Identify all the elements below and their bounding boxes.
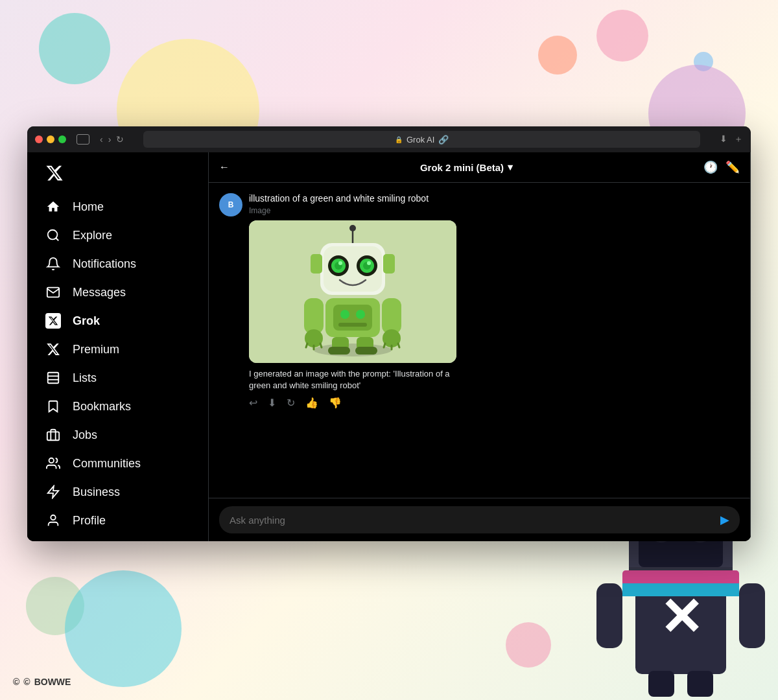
svg-rect-68 bbox=[739, 583, 765, 648]
svg-line-42 bbox=[398, 344, 399, 347]
chat-input-area: ▶ bbox=[209, 498, 750, 541]
svg-rect-46 bbox=[355, 347, 377, 355]
sidebar-item-premium[interactable]: Premium bbox=[38, 335, 198, 364]
sidebar-item-bookmarks[interactable]: Bookmarks bbox=[38, 392, 198, 421]
svg-rect-45 bbox=[328, 347, 350, 355]
main-content: ← Grok 2 mini (Beta) ▾ 🕐 ✏️ B illustrati… bbox=[209, 152, 751, 541]
svg-rect-69 bbox=[648, 671, 674, 697]
communities-icon bbox=[45, 456, 61, 471]
svg-rect-70 bbox=[687, 671, 713, 697]
svg-marker-7 bbox=[48, 486, 59, 498]
svg-point-24 bbox=[338, 261, 342, 265]
copyright-icon: © bbox=[13, 677, 19, 687]
url-bar[interactable]: 🔒 Grok AI 🔗 bbox=[143, 131, 700, 148]
history-icon[interactable]: 🕐 bbox=[703, 160, 718, 174]
sidebar-toggle-button[interactable] bbox=[77, 134, 89, 145]
chat-header: ← Grok 2 mini (Beta) ▾ 🕐 ✏️ bbox=[209, 152, 750, 183]
message-avatar: B bbox=[219, 193, 242, 216]
bg-blob-9 bbox=[506, 622, 551, 668]
action-download-icon[interactable]: ⬇ bbox=[268, 397, 276, 409]
back-button[interactable]: ‹ bbox=[100, 134, 103, 145]
minimize-window-button[interactable] bbox=[47, 135, 54, 143]
x-logo-icon bbox=[45, 164, 64, 182]
home-icon bbox=[45, 199, 61, 215]
traffic-lights bbox=[35, 135, 66, 143]
download-icon[interactable]: ⬇ bbox=[720, 134, 727, 145]
svg-rect-27 bbox=[383, 254, 395, 274]
briefcase-icon bbox=[45, 427, 61, 443]
communities-label: Communities bbox=[73, 457, 141, 471]
bg-blob-3 bbox=[596, 10, 648, 62]
sidebar-item-notifications[interactable]: Notifications bbox=[38, 250, 198, 278]
model-name: Grok 2 mini (Beta) bbox=[420, 162, 504, 173]
app-body: Home Explore Notifications bbox=[27, 152, 751, 541]
action-like-icon[interactable]: 👍 bbox=[305, 397, 318, 409]
svg-rect-32 bbox=[338, 323, 367, 327]
message-item: B illustration of a green and white smil… bbox=[219, 193, 740, 409]
message-actions: ↩ ⬇ ↻ 👍 👎 bbox=[249, 397, 740, 409]
message-tag: Image bbox=[249, 206, 740, 215]
bookmarks-label: Bookmarks bbox=[73, 400, 131, 414]
jobs-label: Jobs bbox=[73, 428, 97, 442]
svg-point-15 bbox=[349, 225, 356, 231]
x-logo[interactable] bbox=[38, 159, 198, 190]
sidebar-item-jobs[interactable]: Jobs bbox=[38, 421, 198, 449]
svg-rect-34 bbox=[382, 298, 401, 334]
bookmark-icon bbox=[45, 399, 61, 414]
close-window-button[interactable] bbox=[35, 135, 43, 143]
action-regenerate-icon[interactable]: ↻ bbox=[287, 397, 295, 409]
svg-line-39 bbox=[320, 344, 322, 347]
send-button[interactable]: ▶ bbox=[720, 513, 729, 527]
action-dislike-icon[interactable]: 👎 bbox=[329, 397, 342, 409]
edit-icon[interactable]: ✏️ bbox=[725, 160, 740, 174]
model-selector[interactable]: Grok 2 mini (Beta) ▾ bbox=[420, 161, 513, 173]
sidebar-item-communities[interactable]: Communities bbox=[38, 449, 198, 478]
messages-label: Messages bbox=[73, 286, 126, 299]
mail-icon bbox=[45, 285, 61, 300]
svg-text:✕: ✕ bbox=[659, 589, 703, 646]
sidebar-item-home[interactable]: Home bbox=[38, 192, 198, 221]
sidebar-item-grok[interactable]: Grok bbox=[38, 307, 198, 335]
browser-action-buttons: ⬇ ＋ bbox=[720, 134, 743, 145]
home-label: Home bbox=[73, 200, 104, 214]
svg-rect-33 bbox=[304, 298, 324, 334]
back-button[interactable]: ← bbox=[219, 161, 230, 173]
lock-icon: 🔒 bbox=[395, 136, 403, 143]
message-caption: I generated an image with the prompt: 'I… bbox=[249, 368, 456, 391]
business-label: Business bbox=[73, 485, 120, 499]
url-text: Grok AI bbox=[407, 135, 434, 145]
lists-icon bbox=[45, 370, 61, 386]
action-reply-icon[interactable]: ↩ bbox=[249, 397, 257, 409]
sidebar-item-profile[interactable]: Profile bbox=[38, 506, 198, 535]
profile-label: Profile bbox=[73, 514, 106, 528]
bell-icon bbox=[45, 256, 61, 272]
sidebar-item-more[interactable]: More bbox=[38, 535, 198, 541]
premium-icon bbox=[45, 342, 61, 357]
cc-icon: © bbox=[23, 677, 30, 687]
svg-point-31 bbox=[356, 310, 365, 319]
sidebar: Home Explore Notifications bbox=[27, 152, 209, 541]
browser-window: ‹ › ↻ 🔒 Grok AI 🔗 ⬇ ＋ bbox=[27, 126, 751, 541]
reload-button[interactable]: ↻ bbox=[116, 134, 124, 145]
premium-label: Premium bbox=[73, 343, 119, 356]
grok-label: Grok bbox=[73, 314, 100, 328]
bg-blob-4 bbox=[538, 36, 577, 75]
business-icon bbox=[45, 484, 61, 500]
svg-rect-2 bbox=[48, 373, 59, 384]
svg-line-1 bbox=[56, 238, 58, 240]
chat-input[interactable] bbox=[230, 515, 714, 526]
svg-point-25 bbox=[367, 261, 371, 265]
maximize-window-button[interactable] bbox=[58, 135, 66, 143]
grok-icon bbox=[45, 313, 61, 329]
sidebar-item-messages[interactable]: Messages bbox=[38, 278, 198, 307]
new-tab-icon[interactable]: ＋ bbox=[734, 134, 743, 145]
svg-point-8 bbox=[51, 515, 55, 520]
browser-chrome: ‹ › ↻ 🔒 Grok AI 🔗 ⬇ ＋ bbox=[27, 126, 751, 152]
sidebar-item-lists[interactable]: Lists bbox=[38, 364, 198, 392]
chat-messages: B illustration of a green and white smil… bbox=[209, 183, 750, 498]
forward-button[interactable]: › bbox=[108, 134, 112, 145]
sidebar-item-business[interactable]: Business bbox=[38, 478, 198, 506]
message-title: illustration of a green and white smilin… bbox=[249, 193, 740, 204]
sidebar-item-explore[interactable]: Explore bbox=[38, 221, 198, 250]
svg-point-13 bbox=[314, 344, 392, 356]
